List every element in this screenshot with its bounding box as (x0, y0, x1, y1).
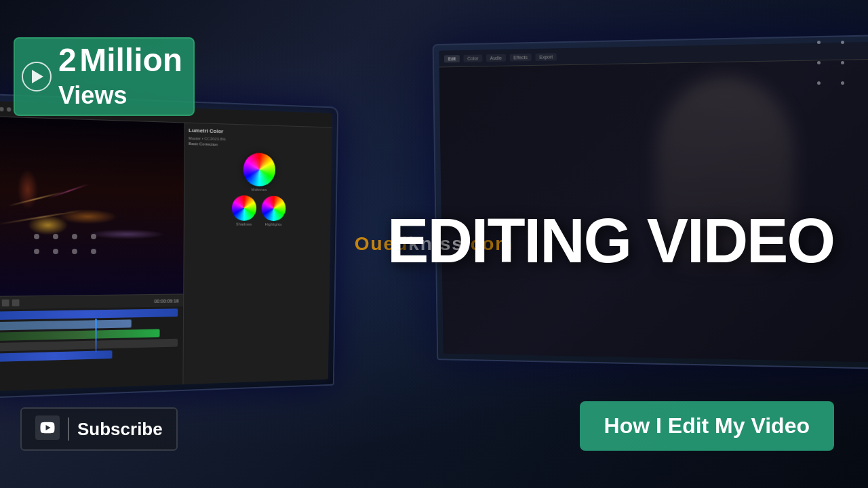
timeline-btn-3 (12, 300, 20, 306)
lumetri-title: Lumetri Color (189, 127, 328, 138)
tab-4: Effects (509, 54, 531, 62)
midtones-wheel-graphic (243, 152, 275, 186)
city-lights-bg (0, 117, 184, 296)
views-text-container: 2 Million Views (58, 44, 182, 109)
play-icon-circle (22, 62, 52, 92)
right-screen-bg: Edit Color Audio Effects Export (439, 41, 868, 362)
timeline-time: 00:00:09:18 (154, 298, 179, 303)
right-monitor: Edit Color Audio Effects Export (433, 35, 868, 369)
right-screen-overlay (439, 41, 868, 362)
highlights-label: Highlights (265, 222, 282, 226)
title-line1: EDITING VIDEO (387, 206, 834, 275)
timeline-track-2 (0, 320, 132, 331)
indicator-dot-2 (53, 234, 58, 239)
pp-color-panel: Lumetri Color Master • CC2023.8% Basic C… (182, 123, 332, 384)
indicator-dot-8 (91, 249, 96, 254)
dots-indicator-left (34, 234, 96, 254)
tab-5: Export (535, 53, 557, 61)
timeline-btn-2 (2, 300, 9, 306)
tab-1: Edit (444, 55, 460, 62)
dot-2 (841, 41, 844, 44)
blue-accent-light (95, 319, 97, 352)
indicator-dot-1 (34, 234, 39, 239)
tab-2: Color (464, 54, 483, 62)
indicator-dot-5 (34, 249, 39, 254)
tab-3: Audio (486, 54, 506, 61)
header-dot-3 (7, 107, 12, 112)
indicator-dot-4 (91, 234, 96, 239)
play-triangle-icon (32, 70, 43, 83)
views-label: Views (58, 81, 127, 109)
dots-row-2 (34, 249, 96, 254)
color-wheels: Midtones Shadows Highlights (188, 151, 328, 226)
indicator-dot-3 (72, 234, 77, 239)
dot-6 (841, 81, 844, 85)
dot-1 (817, 41, 821, 44)
million-label: Million (79, 42, 182, 78)
timeline-controls: 00:00:09:18 (0, 295, 183, 310)
shadows-label: Shadows (236, 222, 252, 226)
pp-timeline: 00:00:09:18 (0, 294, 183, 392)
subscribe-bar[interactable]: Subscribe (20, 407, 178, 451)
how-edit-text: How I Edit My Video (604, 413, 810, 438)
pp-preview-inner (0, 117, 184, 296)
shadows-wheel: Shadows (231, 195, 256, 226)
highlights-wheel: Highlights (261, 196, 285, 226)
views-number: 2 (58, 42, 77, 78)
shadows-wheel-graphic (231, 195, 256, 221)
subscribe-label: Subscribe (77, 419, 163, 440)
dot-4 (841, 61, 844, 64)
highlights-wheel-graphic (261, 196, 285, 221)
timeline-track-1 (0, 309, 178, 321)
right-monitor-screen: Edit Color Audio Effects Export (439, 41, 868, 362)
midtones-wheel: Midtones (243, 152, 275, 192)
thumbnail: 00:00:09:18 Lumetri Color Master • CC202… (0, 0, 868, 488)
views-badge: 2 Million Views (14, 37, 195, 116)
million-views-block: Million Views (58, 42, 182, 110)
midtones-label: Midtones (251, 188, 267, 192)
how-edit-banner: How I Edit My Video (580, 401, 834, 451)
indicator-dot-7 (72, 249, 77, 254)
main-title: EDITING VIDEO (387, 209, 834, 272)
dots-row-1 (34, 234, 96, 239)
dots-pattern-topright (817, 41, 848, 85)
indicator-dot-6 (53, 249, 58, 254)
timeline-track-4 (0, 339, 178, 352)
shadows-highlights-row: Shadows Highlights (231, 195, 285, 226)
yt-svg (35, 415, 60, 440)
header-dot-2 (0, 106, 4, 111)
youtube-icon (35, 415, 60, 443)
dot-5 (817, 81, 821, 85)
dot-3 (817, 61, 821, 64)
subscribe-divider (68, 418, 69, 441)
